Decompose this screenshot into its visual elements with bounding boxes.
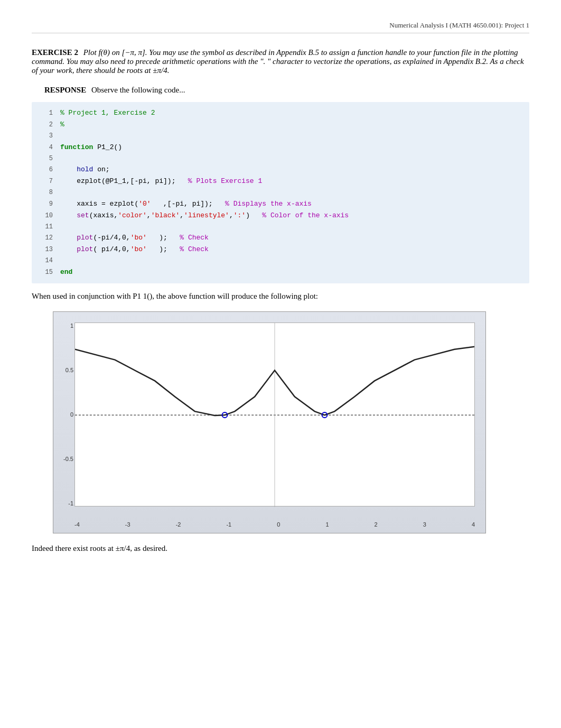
code-line: 4function P1_2() — [40, 142, 521, 153]
line-number: 13 — [40, 244, 53, 255]
code-line: 11 — [40, 222, 521, 232]
line-content: % Project 1, Exercise 2 — [60, 107, 155, 119]
line-content: plot(-pi/4,0,'bo' ); % Check — [60, 232, 209, 244]
code-line: 2% — [40, 119, 521, 131]
conclusion-text: Indeed there exist roots at ±π/4, as des… — [32, 544, 167, 552]
code-line: 1% Project 1, Exercise 2 — [40, 107, 521, 119]
line-number: 12 — [40, 233, 53, 243]
line-content: xaxis = ezplot('0' ,[-pi, pi]); % Displa… — [60, 198, 312, 210]
line-number: 11 — [40, 222, 53, 232]
conclusion-paragraph: Indeed there exist roots at ±π/4, as des… — [32, 544, 529, 553]
header-text: Numerical Analysis I (MATH 4650.001): Pr… — [389, 21, 529, 29]
code-line: 7 ezplot(@P1_1,[-pi, pi]); % Plots Exerc… — [40, 176, 521, 187]
page-header: Numerical Analysis I (MATH 4650.001): Pr… — [32, 21, 529, 33]
exercise-block: EXERCISE 2 Plot f(θ) on [−π, π]. You may… — [32, 48, 529, 75]
code-line: 13 plot( pi/4,0,'bo' ); % Check — [40, 244, 521, 255]
line-content: set(xaxis,'color','black','linestyle',':… — [60, 210, 349, 222]
code-line: 3 — [40, 131, 521, 141]
code-block: 1% Project 1, Exercise 22%34function P1_… — [32, 102, 529, 283]
code-line: 14 — [40, 255, 521, 266]
response-intro-paragraph: RESPONSE Observe the following code... — [44, 86, 529, 95]
line-content: end — [60, 266, 72, 278]
code-line: 9 xaxis = ezplot('0' ,[-pi, pi]); % Disp… — [40, 198, 521, 210]
exercise-paragraph: EXERCISE 2 Plot f(θ) on [−π, π]. You may… — [32, 48, 529, 75]
exercise-text: Plot f(θ) on [−π, π]. You may use the sy… — [32, 48, 524, 75]
code-line: 5 — [40, 153, 521, 164]
line-number: 7 — [40, 176, 53, 187]
line-number: 9 — [40, 199, 53, 209]
exercise-label: EXERCISE 2 — [32, 48, 78, 57]
line-number: 5 — [40, 153, 53, 164]
line-number: 15 — [40, 267, 53, 278]
code-line: 10 set(xaxis,'color','black','linestyle'… — [40, 210, 521, 222]
response-label: RESPONSE — [44, 86, 86, 94]
line-number: 6 — [40, 164, 53, 175]
response-intro-text: Observe the following code... — [91, 86, 185, 94]
plot-inner — [74, 322, 475, 506]
code-line: 6 hold on; — [40, 164, 521, 176]
between-text: When used in conjunction with P1 1(), th… — [32, 292, 529, 301]
code-line: 8 — [40, 187, 521, 198]
plot-svg — [75, 323, 474, 507]
line-number: 8 — [40, 187, 53, 198]
plot-y-labels: 1 0.5 0 -0.5 -1 — [53, 322, 73, 506]
line-number: 3 — [40, 131, 53, 141]
line-number: 10 — [40, 210, 53, 221]
line-content: plot( pi/4,0,'bo' ); % Check — [60, 244, 209, 255]
plot-area: 1 0.5 0 -0.5 -1 -4 -3 -2 — [53, 311, 486, 533]
line-content: function P1_2() — [60, 142, 122, 153]
code-line: 12 plot(-pi/4,0,'bo' ); % Check — [40, 232, 521, 244]
line-content: % — [60, 119, 64, 131]
response-block: RESPONSE Observe the following code... — [44, 86, 529, 95]
code-line: 15end — [40, 266, 521, 278]
line-number: 2 — [40, 119, 53, 130]
line-number: 1 — [40, 108, 53, 118]
line-number: 4 — [40, 142, 53, 153]
plot-x-labels: -4 -3 -2 -1 0 1 2 3 4 — [74, 521, 475, 528]
line-number: 14 — [40, 255, 53, 266]
line-content: ezplot(@P1_1,[-pi, pi]); % Plots Exercis… — [60, 176, 262, 187]
line-content: hold on; — [60, 164, 110, 176]
